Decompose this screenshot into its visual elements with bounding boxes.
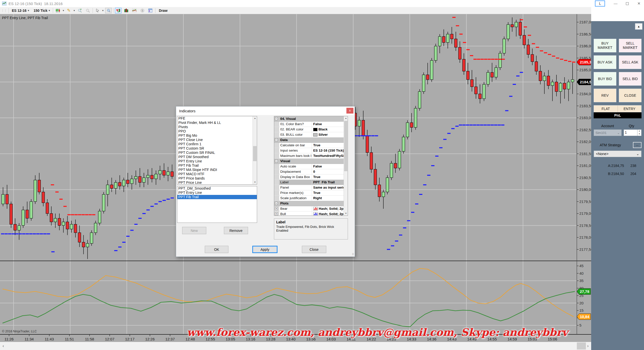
scroll-up-icon[interactable]: ▲ <box>253 116 257 120</box>
zoom-in-button[interactable]: + <box>76 8 83 13</box>
expand-plot-icon[interactable]: + <box>275 213 278 215</box>
spin-up-icon[interactable]: ▲ <box>637 130 641 133</box>
configured-indicator-item[interactable]: PPT_DM_Smoothed <box>177 186 257 191</box>
apply-button[interactable]: Apply <box>252 246 277 253</box>
scroll-down-icon[interactable]: ▼ <box>344 212 348 216</box>
remove-button[interactable]: Remove <box>224 227 248 234</box>
indicator-list-item[interactable]: PFE <box>177 116 257 121</box>
collapse-section-icon[interactable]: − <box>275 117 278 120</box>
property-value[interactable]: Same as input series <box>312 185 348 190</box>
indicator-list-item[interactable]: PPT Fib Trail <box>177 163 257 168</box>
dialog-titlebar[interactable]: Indicators x <box>176 107 355 115</box>
property-value[interactable]: Hash; Solid; 2px <box>312 212 348 216</box>
property-value[interactable]: 0 <box>312 169 348 174</box>
property-grid[interactable]: −04. Visual01. Color Bars?False02. BEAR … <box>274 116 348 216</box>
chevron-down-icon[interactable]: ▾ <box>63 9 64 12</box>
close-position-button[interactable]: CLOSE <box>619 89 641 102</box>
property-row[interactable]: 01. Color Bars?False <box>274 122 348 127</box>
property-row[interactable]: Input seriesES 12-16 (150 Tick) <box>274 148 348 153</box>
property-row[interactable]: Calculate on bar closTrue <box>274 143 348 148</box>
entry-button[interactable]: ENTRY <box>618 106 641 112</box>
sell-market-button[interactable]: SELL MARKET <box>619 39 641 52</box>
property-row[interactable]: PanelSame as input series <box>274 185 348 190</box>
property-row[interactable]: Scale justificationRight <box>274 196 348 201</box>
horizontal-scrollbar[interactable]: ‹ › <box>0 342 591 350</box>
indicator-list-item[interactable]: Pivot Finder, Mark HH & LL <box>177 121 257 125</box>
minimize-icon[interactable]: — <box>614 0 617 7</box>
property-value[interactable]: ES 12-16 (150 Tick) <box>312 148 348 153</box>
property-row[interactable]: +BullHash; Solid; 2px <box>274 212 348 216</box>
chevron-down-icon[interactable]: ▾ <box>102 9 104 12</box>
indicator-list-item[interactable]: PPT MACD HTF <box>177 172 257 176</box>
indicator-list-item[interactable]: PPT MA Slope HTF INDI <box>177 168 257 172</box>
property-row[interactable]: Maximum bars look lTwoHundredFiftySix <box>274 153 348 159</box>
interval-dropdown[interactable]: 150 Tick▾ <box>32 8 51 13</box>
indicator-list-item[interactable]: PPT Close Line <box>177 138 257 142</box>
property-value[interactable]: TwoHundredFiftySix <box>312 153 348 158</box>
reverse-button[interactable]: REV <box>594 89 616 102</box>
titlebar[interactable]: ES 12-16 (150 Tick) 18.11.2016 L — ✕ <box>0 0 644 7</box>
chevron-down-icon[interactable]: ▾ <box>73 9 75 12</box>
indicator-list-item[interactable]: PPT Price bands <box>177 176 257 181</box>
new-button[interactable]: New <box>182 227 206 234</box>
property-value[interactable]: PPT Fib Trail <box>312 180 348 185</box>
property-value[interactable]: False <box>312 164 348 169</box>
available-indicators-list[interactable]: PFEPivot Finder, Mark HH & LLPivotsPPOPP… <box>177 116 257 185</box>
property-value[interactable]: Black <box>312 127 348 132</box>
atm-more-button[interactable]: ... <box>633 142 641 148</box>
indicator-list-item[interactable]: PPT Custom SR <box>177 146 257 151</box>
property-section-header[interactable]: −Plots <box>274 201 348 206</box>
account-data-button[interactable]: $ <box>139 8 146 13</box>
flat-button[interactable]: FLAT <box>594 106 618 112</box>
spin-down-icon[interactable]: ▼ <box>637 133 641 136</box>
collapse-section-icon[interactable]: − <box>275 138 278 141</box>
property-row[interactable]: +BearHash; Solid; 2px <box>274 206 348 212</box>
property-value[interactable]: True <box>312 174 348 180</box>
property-section-header[interactable]: −Data <box>274 137 348 143</box>
buy-market-button[interactable]: BUY MARKET <box>594 39 616 52</box>
expand-plot-icon[interactable]: + <box>275 207 278 210</box>
sell-bid-button[interactable]: SELL BID <box>619 72 641 86</box>
line-chart-button[interactable] <box>131 8 138 13</box>
close-icon[interactable]: ✕ <box>637 0 640 7</box>
configured-indicator-item[interactable]: PPT Fib Trail <box>177 195 257 199</box>
indicator-list-item[interactable]: PPT Entry Line <box>177 159 257 163</box>
buy-ask-button[interactable]: BUY ASK <box>594 55 616 69</box>
account-dropdown[interactable]: Sim101 ⌄ <box>594 129 622 136</box>
property-row[interactable]: 02. BEAR colorBlack <box>274 127 348 132</box>
property-section-header[interactable]: −04. Visual <box>274 116 348 122</box>
zoom-out-button[interactable] <box>85 8 91 13</box>
crosshair-button[interactable] <box>105 8 112 13</box>
resize-grip-icon[interactable]: ⠿ <box>352 253 354 256</box>
property-section-header[interactable]: −Visual <box>274 159 348 164</box>
buy-bid-button[interactable]: BUY BID <box>594 72 616 86</box>
collapse-section-icon[interactable]: − <box>275 160 278 162</box>
chart-trader-button[interactable] <box>115 8 122 13</box>
atm-strategy-dropdown[interactable]: <None> ⌄ <box>594 151 641 157</box>
property-value[interactable]: Silver <box>312 132 348 137</box>
chart-style-button[interactable] <box>55 8 61 13</box>
indicator-list-item[interactable]: PPT DM Smoothed <box>177 155 257 159</box>
property-value[interactable]: True <box>312 143 348 148</box>
panel-collapse-button[interactable]: ▲ <box>635 23 642 30</box>
configured-indicators-list[interactable]: PPT_DM_SmoothedPPT Entry LinePPT Fib Tra… <box>177 186 257 223</box>
close-button[interactable]: Close <box>302 246 326 253</box>
indicator-list-item[interactable]: PPT Custom SR FINAL <box>177 151 257 155</box>
property-row[interactable]: Auto scaleFalse <box>274 164 348 169</box>
grid-scrollbar[interactable]: ▲ ▼ <box>344 116 348 216</box>
ok-button[interactable]: OK <box>205 246 228 253</box>
instrument-dropdown[interactable]: ES 12-16▾ <box>10 8 30 13</box>
property-row[interactable]: Display in Data BoxTrue <box>274 174 348 180</box>
collapse-section-icon[interactable]: − <box>275 202 278 205</box>
property-value[interactable]: True <box>312 190 348 195</box>
property-row[interactable]: 03. BULL colorSilver <box>274 132 348 137</box>
toolbar-grip-icon[interactable]: ⋮⋮ <box>1 9 7 12</box>
configured-indicator-item[interactable]: PPT Entry Line <box>177 191 257 195</box>
property-value[interactable]: Hash; Solid; 2px <box>312 206 348 211</box>
indicator-list-item[interactable]: PPT Confirm 1 <box>177 142 257 146</box>
indicator-list-item[interactable]: PPT Price Line <box>177 181 257 185</box>
quantity-stepper[interactable]: 1 ▲ ▼ <box>624 129 641 136</box>
property-row[interactable]: Displacement0 <box>274 169 348 174</box>
scroll-up-icon[interactable]: ▲ <box>344 116 348 120</box>
restore-icon[interactable] <box>626 2 629 5</box>
